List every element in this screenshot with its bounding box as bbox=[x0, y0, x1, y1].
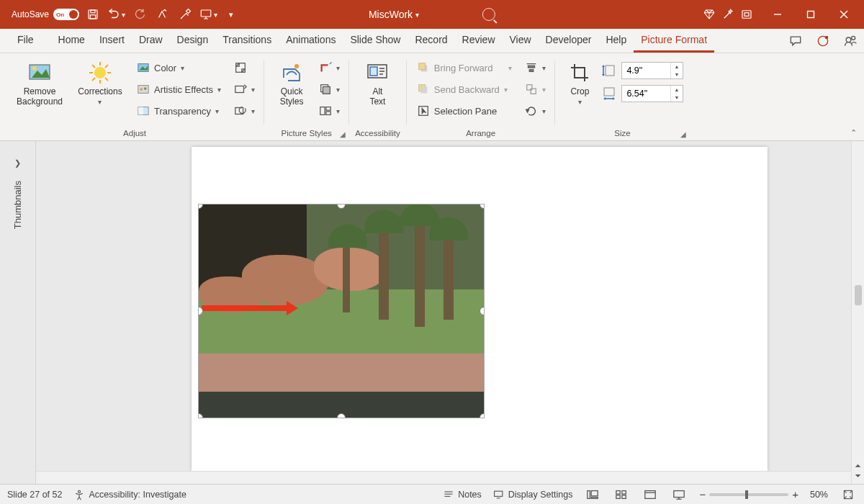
corrections-button[interactable]: Corrections▾ bbox=[71, 58, 130, 110]
remove-background-button[interactable]: Remove Background bbox=[12, 58, 68, 110]
rotate-button[interactable]: ▾ bbox=[522, 101, 549, 121]
undo-icon[interactable]: ▾ bbox=[107, 5, 125, 24]
search-icon[interactable] bbox=[482, 8, 495, 21]
maximize-button[interactable] bbox=[795, 4, 827, 25]
tab-insert[interactable]: Insert bbox=[92, 29, 132, 53]
height-field[interactable]: ▲▼ bbox=[621, 62, 683, 79]
fit-to-window-icon[interactable] bbox=[840, 487, 857, 502]
change-picture-button[interactable]: ▾ bbox=[231, 79, 258, 99]
bring-forward-button[interactable]: Bring Forward▾ bbox=[413, 58, 517, 78]
artistic-effects-button[interactable]: Artistic Effects▾ bbox=[132, 79, 225, 99]
selection-pane-button[interactable]: Selection Pane bbox=[413, 101, 517, 121]
transparency-button[interactable]: Transparency▾ bbox=[132, 101, 225, 121]
accessibility-status[interactable]: Accessibility: Investigate bbox=[73, 489, 186, 500]
tab-design[interactable]: Design bbox=[170, 29, 216, 53]
picture-border-button[interactable]: ▾ bbox=[316, 58, 343, 78]
resize-handle-s[interactable] bbox=[337, 413, 346, 418]
group-objects-button[interactable]: ▾ bbox=[522, 79, 549, 99]
height-up[interactable]: ▲ bbox=[670, 63, 682, 71]
notes-button[interactable]: Notes bbox=[443, 489, 482, 500]
present-icon[interactable]: ▾ bbox=[199, 5, 217, 24]
resize-handle-n[interactable] bbox=[337, 204, 346, 209]
share-icon[interactable] bbox=[837, 29, 864, 53]
slideshow-view-icon[interactable] bbox=[670, 487, 688, 502]
normal-view-icon[interactable] bbox=[584, 487, 601, 502]
qat-icon-1[interactable] bbox=[153, 5, 171, 24]
slide-sorter-view-icon[interactable] bbox=[613, 487, 630, 502]
window-mode-icon[interactable] bbox=[737, 5, 756, 24]
crop-button[interactable]: Crop▾ bbox=[561, 58, 598, 110]
tab-record[interactable]: Record bbox=[408, 29, 454, 53]
wand-icon[interactable] bbox=[719, 5, 737, 24]
width-up[interactable]: ▲ bbox=[670, 86, 682, 94]
resize-handle-e[interactable] bbox=[480, 307, 484, 315]
tab-draw[interactable]: Draw bbox=[132, 29, 170, 53]
zoom-out-button[interactable]: − bbox=[699, 488, 706, 500]
vertical-scrollbar[interactable]: ⏶ ⏷ bbox=[851, 141, 864, 484]
tab-picture-format[interactable]: Picture Format bbox=[634, 29, 714, 53]
workspace: ❯ Thumbnails bbox=[0, 141, 864, 484]
tab-file[interactable]: File bbox=[10, 29, 41, 53]
expand-thumbnails-icon[interactable]: ❯ bbox=[14, 158, 21, 168]
width-field[interactable]: ▲▼ bbox=[621, 85, 683, 102]
next-slide-icon[interactable]: ⏷ bbox=[855, 472, 862, 480]
height-down[interactable]: ▼ bbox=[670, 71, 682, 78]
qat-icon-2[interactable] bbox=[176, 5, 194, 24]
tab-help[interactable]: Help bbox=[598, 29, 634, 53]
slide-counter[interactable]: Slide 27 of 52 bbox=[7, 490, 62, 500]
svg-point-29 bbox=[140, 88, 143, 91]
tab-transitions[interactable]: Transitions bbox=[215, 29, 279, 53]
reading-view-icon[interactable] bbox=[642, 487, 659, 502]
horizontal-scrollbar[interactable] bbox=[36, 471, 851, 484]
document-title[interactable]: MiscWork▾ bbox=[369, 9, 419, 20]
quick-styles-button[interactable]: Quick Styles bbox=[270, 58, 313, 110]
svg-rect-34 bbox=[235, 86, 244, 93]
autosave-toggle[interactable]: AutoSave On bbox=[12, 9, 79, 20]
qat-overflow-icon[interactable]: ▾ bbox=[222, 5, 240, 24]
align-button[interactable]: ▾ bbox=[522, 58, 549, 78]
resize-handle-ne[interactable] bbox=[480, 204, 484, 209]
svg-rect-73 bbox=[588, 490, 590, 498]
tab-view[interactable]: View bbox=[503, 29, 539, 53]
resize-handle-se[interactable] bbox=[480, 413, 484, 418]
height-icon bbox=[601, 63, 617, 78]
catchup-icon[interactable] bbox=[809, 29, 837, 53]
svg-marker-61 bbox=[602, 65, 605, 67]
compress-pictures-button[interactable] bbox=[231, 58, 258, 78]
prev-slide-icon[interactable]: ⏶ bbox=[855, 462, 862, 469]
thumbnails-panel[interactable]: ❯ Thumbnails bbox=[0, 141, 36, 484]
slide[interactable] bbox=[192, 147, 768, 471]
size-launcher-icon[interactable]: ◢ bbox=[680, 130, 686, 138]
alt-text-button[interactable]: Alt Text bbox=[357, 58, 397, 110]
inserted-picture[interactable] bbox=[199, 204, 484, 418]
svg-marker-62 bbox=[602, 74, 605, 76]
picture-layout-button[interactable]: ▾ bbox=[316, 101, 343, 121]
tab-developer[interactable]: Developer bbox=[539, 29, 599, 53]
close-button[interactable] bbox=[828, 4, 860, 25]
picture-effects-button[interactable]: ▾ bbox=[316, 79, 343, 99]
resize-handle-sw[interactable] bbox=[199, 413, 203, 418]
display-settings-button[interactable]: Display Settings bbox=[493, 489, 573, 500]
diamond-icon[interactable] bbox=[700, 5, 719, 24]
redo-icon[interactable] bbox=[130, 5, 148, 24]
thumbnails-label: Thumbnails bbox=[12, 181, 23, 229]
zoom-slider[interactable] bbox=[709, 493, 788, 496]
collapse-ribbon-icon[interactable]: ⌃ bbox=[850, 128, 857, 138]
zoom-in-button[interactable]: + bbox=[792, 488, 798, 500]
slide-canvas[interactable] bbox=[36, 141, 851, 471]
send-backward-button[interactable]: Send Backward▾ bbox=[413, 79, 517, 99]
reset-picture-button[interactable]: ▾ bbox=[231, 101, 258, 121]
zoom-level[interactable]: 50% bbox=[810, 490, 828, 500]
save-icon[interactable] bbox=[84, 5, 102, 24]
svg-rect-54 bbox=[528, 66, 535, 68]
width-down[interactable]: ▼ bbox=[670, 94, 682, 102]
minimize-button[interactable] bbox=[762, 4, 793, 25]
picture-styles-launcher-icon[interactable]: ◢ bbox=[340, 130, 346, 138]
color-button[interactable]: Color▾ bbox=[132, 58, 225, 78]
tab-review[interactable]: Review bbox=[455, 29, 503, 53]
svg-rect-7 bbox=[808, 12, 814, 18]
comments-icon[interactable] bbox=[782, 29, 809, 53]
tab-home[interactable]: Home bbox=[51, 29, 92, 53]
tab-animations[interactable]: Animations bbox=[279, 29, 343, 53]
tab-slideshow[interactable]: Slide Show bbox=[343, 29, 408, 53]
